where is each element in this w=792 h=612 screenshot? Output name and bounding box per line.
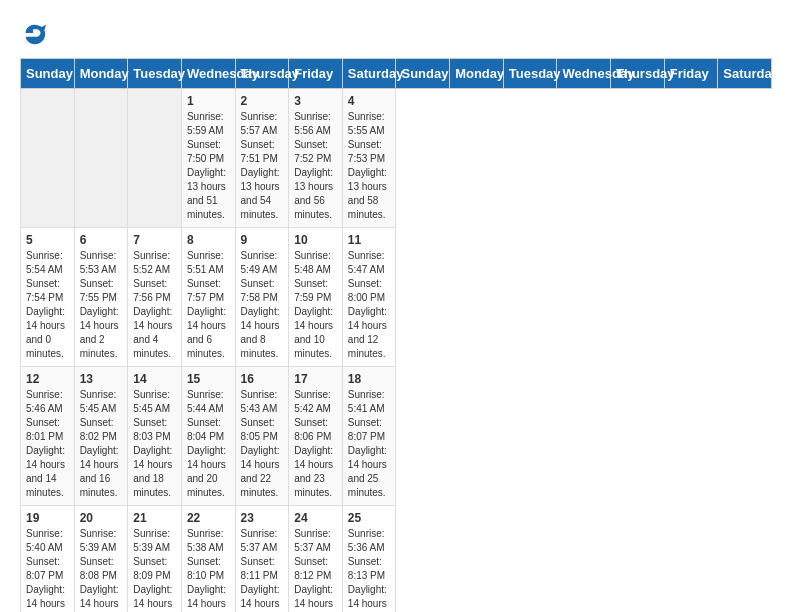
page-header [20, 20, 772, 48]
day-info: Sunrise: 5:39 AMSunset: 8:09 PMDaylight:… [133, 527, 176, 612]
day-number: 19 [26, 511, 69, 525]
day-info: Sunrise: 5:51 AMSunset: 7:57 PMDaylight:… [187, 249, 230, 361]
calendar-week-4: 19Sunrise: 5:40 AMSunset: 8:07 PMDayligh… [21, 506, 772, 613]
header-monday: Monday [450, 59, 504, 89]
calendar-cell: 1Sunrise: 5:59 AMSunset: 7:50 PMDaylight… [181, 89, 235, 228]
day-number: 3 [294, 94, 337, 108]
header-wednesday: Wednesday [181, 59, 235, 89]
header-saturday: Saturday [718, 59, 772, 89]
header-tuesday: Tuesday [503, 59, 557, 89]
day-info: Sunrise: 5:57 AMSunset: 7:51 PMDaylight:… [241, 110, 284, 222]
day-number: 17 [294, 372, 337, 386]
calendar-cell: 17Sunrise: 5:42 AMSunset: 8:06 PMDayligh… [289, 367, 343, 506]
day-info: Sunrise: 5:47 AMSunset: 8:00 PMDaylight:… [348, 249, 391, 361]
day-info: Sunrise: 5:38 AMSunset: 8:10 PMDaylight:… [187, 527, 230, 612]
day-number: 25 [348, 511, 391, 525]
calendar-cell [74, 89, 128, 228]
day-number: 22 [187, 511, 230, 525]
day-info: Sunrise: 5:46 AMSunset: 8:01 PMDaylight:… [26, 388, 69, 500]
calendar-cell: 5Sunrise: 5:54 AMSunset: 7:54 PMDaylight… [21, 228, 75, 367]
day-info: Sunrise: 5:43 AMSunset: 8:05 PMDaylight:… [241, 388, 284, 500]
day-number: 10 [294, 233, 337, 247]
header-friday: Friday [289, 59, 343, 89]
calendar-week-2: 5Sunrise: 5:54 AMSunset: 7:54 PMDaylight… [21, 228, 772, 367]
day-info: Sunrise: 5:49 AMSunset: 7:58 PMDaylight:… [241, 249, 284, 361]
day-info: Sunrise: 5:45 AMSunset: 8:02 PMDaylight:… [80, 388, 123, 500]
calendar-week-3: 12Sunrise: 5:46 AMSunset: 8:01 PMDayligh… [21, 367, 772, 506]
header-sunday: Sunday [396, 59, 450, 89]
calendar-cell: 9Sunrise: 5:49 AMSunset: 7:58 PMDaylight… [235, 228, 289, 367]
calendar-cell: 25Sunrise: 5:36 AMSunset: 8:13 PMDayligh… [342, 506, 396, 613]
day-number: 1 [187, 94, 230, 108]
day-info: Sunrise: 5:52 AMSunset: 7:56 PMDaylight:… [133, 249, 176, 361]
day-number: 24 [294, 511, 337, 525]
day-info: Sunrise: 5:42 AMSunset: 8:06 PMDaylight:… [294, 388, 337, 500]
calendar-cell: 4Sunrise: 5:55 AMSunset: 7:53 PMDaylight… [342, 89, 396, 228]
calendar-cell: 13Sunrise: 5:45 AMSunset: 8:02 PMDayligh… [74, 367, 128, 506]
header-tuesday: Tuesday [128, 59, 182, 89]
calendar-cell: 10Sunrise: 5:48 AMSunset: 7:59 PMDayligh… [289, 228, 343, 367]
calendar-cell: 19Sunrise: 5:40 AMSunset: 8:07 PMDayligh… [21, 506, 75, 613]
day-number: 9 [241, 233, 284, 247]
day-number: 12 [26, 372, 69, 386]
day-info: Sunrise: 5:36 AMSunset: 8:13 PMDaylight:… [348, 527, 391, 612]
calendar-cell: 12Sunrise: 5:46 AMSunset: 8:01 PMDayligh… [21, 367, 75, 506]
calendar-cell: 24Sunrise: 5:37 AMSunset: 8:12 PMDayligh… [289, 506, 343, 613]
calendar-table: SundayMondayTuesdayWednesdayThursdayFrid… [20, 58, 772, 612]
day-number: 21 [133, 511, 176, 525]
calendar-cell [21, 89, 75, 228]
day-number: 14 [133, 372, 176, 386]
day-info: Sunrise: 5:40 AMSunset: 8:07 PMDaylight:… [26, 527, 69, 612]
calendar-cell: 7Sunrise: 5:52 AMSunset: 7:56 PMDaylight… [128, 228, 182, 367]
day-info: Sunrise: 5:41 AMSunset: 8:07 PMDaylight:… [348, 388, 391, 500]
day-number: 18 [348, 372, 391, 386]
calendar-cell: 23Sunrise: 5:37 AMSunset: 8:11 PMDayligh… [235, 506, 289, 613]
header-sunday: Sunday [21, 59, 75, 89]
calendar-cell: 22Sunrise: 5:38 AMSunset: 8:10 PMDayligh… [181, 506, 235, 613]
calendar-cell: 3Sunrise: 5:56 AMSunset: 7:52 PMDaylight… [289, 89, 343, 228]
header-thursday: Thursday [611, 59, 665, 89]
day-info: Sunrise: 5:53 AMSunset: 7:55 PMDaylight:… [80, 249, 123, 361]
logo-icon [20, 20, 48, 48]
day-number: 11 [348, 233, 391, 247]
day-info: Sunrise: 5:39 AMSunset: 8:08 PMDaylight:… [80, 527, 123, 612]
calendar-cell: 18Sunrise: 5:41 AMSunset: 8:07 PMDayligh… [342, 367, 396, 506]
header-monday: Monday [74, 59, 128, 89]
day-number: 16 [241, 372, 284, 386]
header-friday: Friday [664, 59, 718, 89]
day-info: Sunrise: 5:37 AMSunset: 8:11 PMDaylight:… [241, 527, 284, 612]
calendar-cell: 21Sunrise: 5:39 AMSunset: 8:09 PMDayligh… [128, 506, 182, 613]
calendar-cell: 2Sunrise: 5:57 AMSunset: 7:51 PMDaylight… [235, 89, 289, 228]
calendar-header-row: SundayMondayTuesdayWednesdayThursdayFrid… [21, 59, 772, 89]
day-number: 23 [241, 511, 284, 525]
calendar-cell: 14Sunrise: 5:45 AMSunset: 8:03 PMDayligh… [128, 367, 182, 506]
calendar-week-1: 1Sunrise: 5:59 AMSunset: 7:50 PMDaylight… [21, 89, 772, 228]
day-number: 13 [80, 372, 123, 386]
header-saturday: Saturday [342, 59, 396, 89]
day-info: Sunrise: 5:55 AMSunset: 7:53 PMDaylight:… [348, 110, 391, 222]
day-number: 15 [187, 372, 230, 386]
day-info: Sunrise: 5:54 AMSunset: 7:54 PMDaylight:… [26, 249, 69, 361]
day-number: 20 [80, 511, 123, 525]
calendar-cell: 15Sunrise: 5:44 AMSunset: 8:04 PMDayligh… [181, 367, 235, 506]
calendar-cell: 6Sunrise: 5:53 AMSunset: 7:55 PMDaylight… [74, 228, 128, 367]
day-info: Sunrise: 5:59 AMSunset: 7:50 PMDaylight:… [187, 110, 230, 222]
day-info: Sunrise: 5:44 AMSunset: 8:04 PMDaylight:… [187, 388, 230, 500]
calendar-cell: 11Sunrise: 5:47 AMSunset: 8:00 PMDayligh… [342, 228, 396, 367]
day-number: 6 [80, 233, 123, 247]
header-thursday: Thursday [235, 59, 289, 89]
day-number: 4 [348, 94, 391, 108]
day-number: 8 [187, 233, 230, 247]
day-info: Sunrise: 5:48 AMSunset: 7:59 PMDaylight:… [294, 249, 337, 361]
calendar-cell: 20Sunrise: 5:39 AMSunset: 8:08 PMDayligh… [74, 506, 128, 613]
calendar-cell: 8Sunrise: 5:51 AMSunset: 7:57 PMDaylight… [181, 228, 235, 367]
logo [20, 20, 52, 48]
day-info: Sunrise: 5:37 AMSunset: 8:12 PMDaylight:… [294, 527, 337, 612]
day-number: 7 [133, 233, 176, 247]
day-info: Sunrise: 5:56 AMSunset: 7:52 PMDaylight:… [294, 110, 337, 222]
day-info: Sunrise: 5:45 AMSunset: 8:03 PMDaylight:… [133, 388, 176, 500]
day-number: 5 [26, 233, 69, 247]
calendar-cell: 16Sunrise: 5:43 AMSunset: 8:05 PMDayligh… [235, 367, 289, 506]
day-number: 2 [241, 94, 284, 108]
header-wednesday: Wednesday [557, 59, 611, 89]
